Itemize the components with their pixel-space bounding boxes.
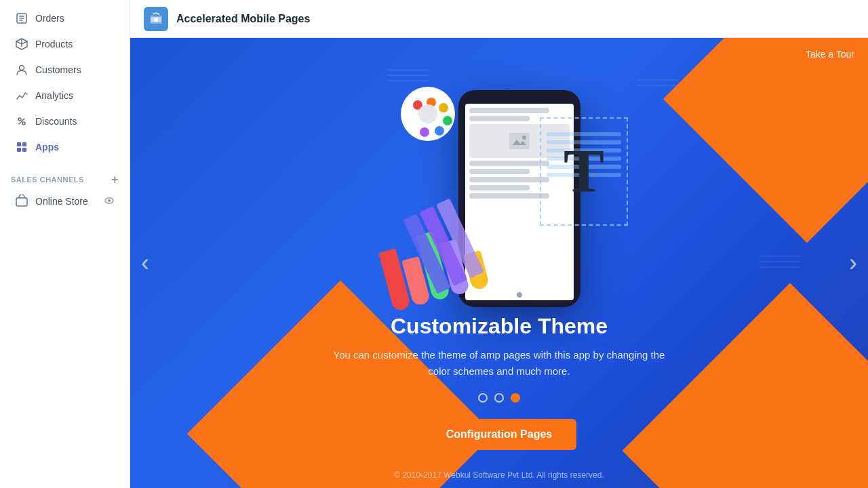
orders-icon [15, 12, 28, 25]
svg-rect-4 [17, 142, 21, 146]
main-content: Accelerated Mobile Pages Take a Tour ‹ › [130, 0, 868, 488]
svg-point-31 [418, 104, 437, 123]
svg-point-10 [108, 199, 111, 202]
sidebar-item-products[interactable]: Products [4, 32, 125, 56]
slider-dot-3[interactable] [511, 393, 520, 403]
slider-text-content: Customizable Theme You can customize the… [330, 314, 669, 393]
products-icon [15, 37, 28, 51]
slider-dots [478, 393, 520, 403]
svg-point-30 [420, 127, 429, 137]
text-selection-box: T [540, 117, 628, 226]
apps-icon [15, 140, 28, 154]
sidebar-item-customers[interactable]: Customers [4, 58, 125, 82]
phone-illustration-container: T [363, 77, 635, 307]
slider-dot-2[interactable] [494, 393, 504, 403]
slider-footer: © 2010-2017 Webkul Software Pvt Ltd. All… [394, 470, 604, 480]
sidebar-item-discounts[interactable]: Discounts [4, 109, 125, 134]
app-header-title: Accelerated Mobile Pages [176, 13, 310, 25]
svg-rect-5 [22, 142, 26, 146]
svg-point-3 [22, 122, 25, 125]
palette-icon [397, 83, 458, 147]
sidebar-item-orders[interactable]: Orders [4, 6, 125, 30]
slider-area: Take a Tour ‹ › [130, 38, 868, 488]
sidebar-item-discounts-label: Discounts [35, 116, 77, 127]
app-header-icon [144, 7, 168, 31]
svg-point-28 [443, 116, 452, 125]
slider-title: Customizable Theme [330, 314, 669, 339]
sidebar-item-products-label: Products [35, 39, 73, 49]
slider-description: You can customize the theme of amp pages… [330, 347, 669, 380]
slider-dot-1[interactable] [478, 393, 488, 403]
online-store-left: Online Store [15, 195, 88, 208]
svg-point-33 [522, 136, 526, 140]
online-store-icon [15, 195, 28, 208]
sidebar: Orders Products Customers Analytics Disc… [0, 0, 130, 488]
take-tour-button[interactable]: Take a Tour [806, 49, 854, 60]
svg-point-13 [154, 18, 158, 22]
discounts-icon [15, 115, 28, 128]
nav-arrow-left[interactable]: ‹ [141, 251, 149, 275]
sidebar-item-customers-label: Customers [35, 64, 81, 75]
deco-lines-right [760, 251, 800, 274]
text-t-symbol: T [564, 141, 604, 202]
online-store-visibility-icon[interactable] [104, 195, 115, 208]
svg-point-29 [435, 126, 444, 136]
svg-rect-6 [17, 148, 21, 152]
svg-point-1 [20, 66, 24, 70]
sidebar-item-apps-label: Apps [35, 142, 59, 152]
nav-arrow-right[interactable]: › [849, 251, 857, 275]
sidebar-item-analytics[interactable]: Analytics [4, 83, 125, 108]
analytics-icon [15, 89, 28, 102]
sidebar-item-online-store[interactable]: Online Store [4, 189, 125, 214]
sales-channels-label: SALES CHANNELS [11, 176, 84, 184]
sidebar-item-apps[interactable]: Apps [4, 135, 125, 159]
svg-rect-8 [16, 198, 27, 206]
sidebar-item-orders-label: Orders [35, 13, 64, 24]
sidebar-item-analytics-label: Analytics [35, 90, 73, 101]
svg-rect-7 [22, 148, 26, 152]
online-store-label: Online Store [35, 196, 88, 207]
add-sales-channel-button[interactable]: + [111, 174, 119, 186]
svg-rect-32 [509, 133, 530, 149]
deco-orange-top-right [663, 38, 868, 243]
svg-point-2 [18, 118, 21, 121]
customers-icon [15, 63, 28, 77]
sales-channels-header: SALES CHANNELS + [0, 165, 130, 188]
app-header: Accelerated Mobile Pages [130, 0, 868, 38]
svg-point-27 [439, 103, 448, 113]
configuration-pages-button[interactable]: Configuration Pages [422, 419, 576, 450]
